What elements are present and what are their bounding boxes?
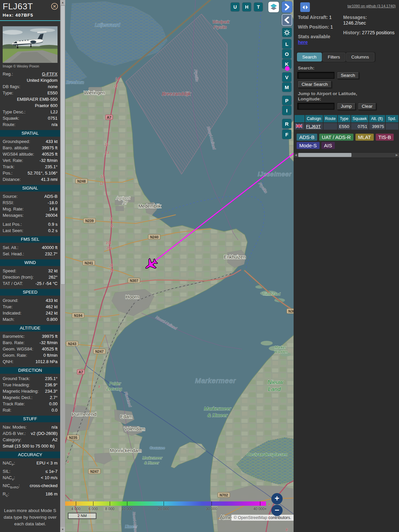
col-header-Spd.[interactable]: Spd. bbox=[386, 115, 398, 122]
zoom-in-button[interactable]: + bbox=[271, 493, 283, 504]
with-position-value: 1 bbox=[331, 24, 333, 30]
row-label: Geom. WGS84: bbox=[3, 346, 33, 352]
map-button-u[interactable]: U bbox=[231, 3, 239, 11]
road-badge-label: N247 bbox=[90, 469, 98, 473]
close-icon[interactable] bbox=[51, 3, 58, 10]
data-row: Baro. Rate:-32 ft/min bbox=[0, 339, 60, 346]
data-row: Groundspeed:433 kt bbox=[0, 138, 60, 145]
callsign-title: FLJ63T bbox=[3, 1, 58, 12]
tab-filters[interactable]: Filters bbox=[323, 53, 345, 62]
hscroll-thumb[interactable] bbox=[298, 153, 351, 157]
map-button-i[interactable]: I bbox=[282, 106, 291, 115]
filter-badge-mlat[interactable]: MLAT bbox=[355, 134, 374, 141]
jump-button[interactable]: Jump bbox=[337, 103, 355, 110]
map-button-h[interactable]: H bbox=[242, 3, 251, 11]
map-label: Trintelzand bbox=[262, 292, 280, 296]
row-label: Reg.: bbox=[3, 71, 13, 77]
map-label: Edam bbox=[120, 414, 133, 419]
filter-badge-mode-s[interactable]: Mode-S bbox=[297, 142, 320, 149]
row-value: cross-checked bbox=[20, 482, 58, 491]
aircraft-detail-sidebar: FLJ63T Hex: 407BF5 bbox=[0, 0, 60, 532]
col-header-Squawk[interactable]: Squawk bbox=[351, 115, 368, 122]
jump-clear-button[interactable]: Clear bbox=[358, 103, 376, 110]
jump-input[interactable] bbox=[297, 103, 334, 110]
row-label: Last Seen: bbox=[3, 227, 23, 234]
filter-badge-ads-b[interactable]: ADS-B bbox=[297, 134, 317, 141]
next-aircraft-button[interactable] bbox=[282, 1, 292, 13]
map-button-p[interactable]: P bbox=[282, 96, 291, 105]
aircraft-info-rows: Reg.:G-FTFXUnited KingdomDB flags:noneTy… bbox=[0, 71, 60, 128]
filter-badge-uat-ads-r[interactable]: UAT / ADS-R bbox=[319, 134, 353, 141]
photo-credit: Image © Wesley Poxon bbox=[0, 64, 60, 71]
row-value: ADS-B bbox=[18, 193, 58, 200]
map-button-l[interactable]: L bbox=[282, 39, 291, 49]
legend-tick bbox=[93, 501, 93, 506]
aircraft-data-sections: SPATIALGroundspeed:433 ktBaro. altitude:… bbox=[0, 130, 60, 499]
row-value: 0.9 s bbox=[22, 221, 58, 227]
col-header-Route[interactable]: Route bbox=[324, 115, 337, 122]
collapse-panel-button[interactable] bbox=[300, 2, 310, 12]
road-badge-label: N307 bbox=[130, 279, 138, 283]
total-aircraft-label: Total Aircraft: bbox=[298, 15, 328, 20]
tab-search[interactable]: Search bbox=[297, 53, 322, 62]
row-value: 32 kt bbox=[16, 268, 58, 274]
filter-badge-tis-b[interactable]: TIS-B bbox=[376, 134, 394, 141]
clear-search-button[interactable]: Clear Search bbox=[298, 81, 332, 88]
data-row: ADS-B Ver.:v2 (DO-260B) bbox=[0, 430, 60, 437]
data-row: Pos.:52.701°, 5.106° bbox=[0, 170, 60, 176]
map-button-o[interactable]: O bbox=[282, 49, 291, 59]
filter-badge-ais[interactable]: AIS bbox=[322, 142, 335, 149]
data-row: RSSI:-18.0 bbox=[0, 200, 60, 206]
stats-link[interactable]: here bbox=[298, 40, 308, 45]
search-input[interactable] bbox=[297, 72, 334, 79]
map-canvas[interactable]: N248N239N240N241N307N194N243N247A7N235N2… bbox=[65, 0, 294, 532]
scroll-right-icon[interactable]: ▶ bbox=[395, 153, 399, 157]
data-row: RC:186 m bbox=[0, 491, 60, 499]
github-version-link[interactable]: tar1090 on github (3.14.1740) bbox=[347, 4, 396, 8]
row-value: 40000 ft bbox=[19, 244, 58, 251]
row-label: Last Pos.: bbox=[3, 221, 22, 227]
map-label: Windpark bbox=[212, 20, 230, 24]
osm-link[interactable]: © OpenStreetMap bbox=[234, 515, 267, 520]
map-label: Lutjeswaard bbox=[95, 22, 120, 28]
data-row: EMBRAER EMB-550 bbox=[0, 96, 60, 102]
callsign-link[interactable]: FLJ63T bbox=[306, 124, 321, 129]
map-button-r[interactable]: R bbox=[282, 119, 291, 128]
table-row[interactable]: FLJ63TE550075139975 bbox=[295, 123, 398, 130]
layers-button[interactable] bbox=[268, 2, 279, 12]
map-button-t[interactable]: T bbox=[254, 3, 263, 11]
col-header-Type[interactable]: Type bbox=[338, 115, 350, 122]
col-header-flag[interactable] bbox=[295, 115, 305, 122]
map-label: & IJmeer bbox=[207, 412, 228, 418]
aircraft-photo[interactable] bbox=[3, 26, 58, 63]
previous-aircraft-button[interactable] bbox=[282, 14, 292, 26]
data-row: QNH:1012.8 hPa bbox=[0, 358, 60, 365]
row-label: Sel. Alt.: bbox=[3, 244, 19, 251]
col-header-Alt. (ft)[interactable]: Alt. (ft) bbox=[369, 115, 385, 122]
settings-button[interactable] bbox=[282, 28, 292, 37]
map-button-m[interactable]: M bbox=[282, 82, 291, 92]
scroll-left-icon[interactable]: ◀ bbox=[294, 153, 298, 157]
badge-row: Mode-SAIS bbox=[296, 141, 397, 150]
data-row: Geom. WGS84:40525 ft bbox=[0, 346, 60, 352]
legend-tick-label: 20 000 bbox=[158, 507, 169, 511]
km-marker: 8 bbox=[286, 528, 288, 532]
row-label: NACV: bbox=[3, 474, 15, 483]
table-horizontal-scrollbar[interactable]: ◀ ▶ bbox=[294, 152, 399, 158]
sidebar-scrollbar[interactable]: ▲ ▼ bbox=[60, 0, 65, 532]
legend-tick-label: 8 000 bbox=[105, 507, 114, 511]
col-header-Callsign[interactable]: Callsign bbox=[305, 115, 323, 122]
scroll-down-icon[interactable]: ▼ bbox=[60, 527, 65, 532]
row-value: 41.3 nmi bbox=[21, 176, 58, 183]
tab-columns[interactable]: Columns bbox=[346, 53, 374, 62]
legend-tick bbox=[76, 501, 76, 506]
road-badge-label: N702 bbox=[219, 493, 228, 497]
scrollbar-thumb[interactable] bbox=[61, 5, 65, 285]
zoom-out-button[interactable]: − bbox=[271, 505, 283, 516]
map-button-f[interactable]: F bbox=[282, 130, 291, 139]
map-button-v[interactable]: V bbox=[282, 72, 291, 82]
row-label: Geom. Rate: bbox=[3, 352, 27, 358]
search-button[interactable]: Search bbox=[337, 72, 359, 79]
scroll-up-icon[interactable]: ▲ bbox=[60, 0, 65, 5]
row-value[interactable]: G-FTFX bbox=[13, 71, 58, 77]
